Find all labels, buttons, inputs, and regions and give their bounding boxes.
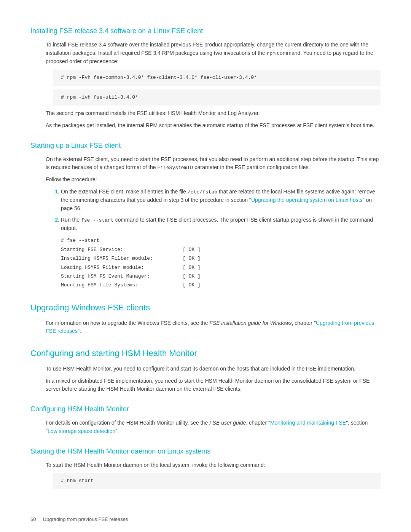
follow-procedure-label: Follow the procedure:: [30, 176, 381, 184]
installing-fse-para-1: To install FSE release 3.4 software over…: [30, 41, 381, 66]
cmd-label-4: Starting HSM FS Event Manager:: [61, 272, 183, 281]
upgrading-linux-link[interactable]: Upgrading the operating system on Linux …: [251, 197, 363, 203]
procedure-step-1: On the external FSE client, make all ent…: [61, 188, 381, 213]
cmd-label-1: Starting FSE Service:: [61, 245, 183, 254]
cmd-status-4: [ OK ]: [183, 272, 201, 281]
code-hhm-start: # hhm start: [53, 473, 381, 489]
rpm-inline-code: rpm: [267, 51, 276, 56]
procedure-list: On the external FSE client, make all ent…: [30, 188, 381, 232]
cmd-header-text: # fse --start: [61, 236, 99, 245]
filesystemid-code: FileSystemID: [157, 165, 193, 171]
monitoring-maintaining-link[interactable]: Monitoring and maintaining FSE: [270, 420, 346, 426]
cmd-row-2: Installing HSMFS Filter module: [ OK ]: [61, 254, 381, 263]
cmd-label-5: Mounting HSM File Systems:: [61, 281, 183, 289]
fse-start-code: fse --start: [81, 217, 114, 223]
cmd-label-2: Installing HSMFS Filter module:: [61, 254, 183, 263]
footer-text: Upgrading from previous FSE releases: [43, 516, 128, 522]
cmd-row-1: Starting FSE Service: [ OK ]: [61, 245, 381, 254]
cmd-status-3: [ OK ]: [183, 263, 201, 272]
rpm-inline-code-2: rpm: [75, 111, 84, 117]
low-storage-link[interactable]: Low storage space detection: [48, 428, 115, 434]
fse-command-output: # fse --start Starting FSE Service: [ OK…: [61, 236, 381, 289]
installing-fse-para-2: The second rpm command installs the FSE …: [30, 109, 381, 118]
cmd-label-3: Loading HSMFS Filter module:: [61, 263, 183, 272]
page-number: 60: [30, 516, 36, 522]
fstab-code: /etc/fstab: [188, 189, 217, 195]
starting-hsm-daemon-heading: Starting the HSM Health Monitor daemon o…: [30, 446, 381, 457]
configuring-hsm-para-1: To use HSM Health Monitor, you need to c…: [30, 365, 381, 373]
cmd-row-4: Starting HSM FS Event Manager: [ OK ]: [61, 272, 381, 281]
starting-linux-fse-heading: Starting up a Linux FSE client: [30, 141, 381, 151]
code-rpm-2: # rpm -ivh fse-util-3.4.0*: [53, 89, 381, 105]
fse-installation-guide-italic: FSE installation guide for Windows: [209, 320, 292, 326]
configuring-hsm-monitor-heading: Configuring HSM Health Monitor: [30, 404, 381, 414]
code-rpm-1: # rpm -Fvh fse-common-3.4.0* fse-client-…: [53, 70, 381, 86]
cmd-row-5: Mounting HSM File Systems: [ OK ]: [61, 281, 381, 289]
cmd-row-3: Loading HSMFS Filter module: [ OK ]: [61, 263, 381, 272]
starting-linux-para-1: On the external FSE client, you need to …: [30, 155, 381, 172]
configuring-hsm-monitor-para: For details on configuration of the HSM …: [30, 419, 381, 435]
cmd-status-2: [ OK ]: [183, 254, 201, 263]
procedure-step-2: Run the fse --start command to start the…: [61, 216, 381, 233]
cmd-status-1: [ OK ]: [183, 245, 201, 254]
starting-hsm-daemon-para: To start the HSM Health Monitor daemon o…: [30, 461, 381, 470]
cmd-status-5: [ OK ]: [183, 281, 201, 289]
configuring-hsm-para-2: In a mixed or distributed FSE implementa…: [30, 377, 381, 393]
installing-fse-heading: Installing FSE release 3.4 software on a…: [30, 26, 381, 36]
footer: 60 Upgrading from previous FSE releases: [30, 512, 381, 523]
cmd-header: # fse --start: [61, 236, 381, 245]
configuring-hsm-heading: Configuring and starting HSM Health Moni…: [30, 347, 381, 359]
upgrading-windows-para: For information on how to upgrade the Wi…: [30, 319, 381, 335]
fse-user-guide-italic: FSE user guide: [209, 420, 246, 426]
upgrading-windows-heading: Upgrading Windows FSE clients: [30, 301, 381, 314]
installing-fse-para-3: As the packages get installed, the inter…: [30, 121, 381, 130]
